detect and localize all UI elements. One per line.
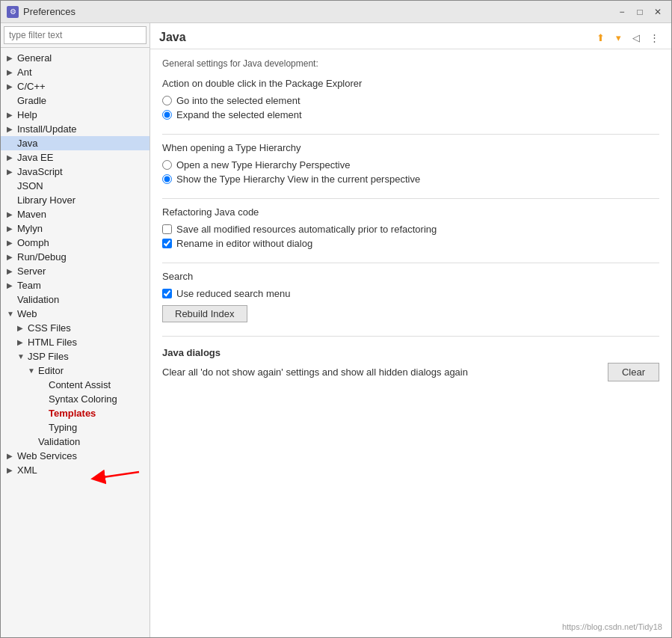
right-panel: Java ⬆ ▾ ◁ ⋮ General settings for Java d… [150, 23, 671, 637]
tree: ▶General▶Ant▶C/C++ Gradle▶Help▶Install/U… [1, 48, 149, 637]
nav-more-button[interactable]: ⋮ [646, 29, 662, 46]
tree-item-editor[interactable]: ▼Editor [1, 364, 149, 378]
nav-buttons: ⬆ ▾ ◁ ⋮ [592, 29, 662, 46]
refactoring-section: Refactoring Java code Save all modified … [162, 206, 659, 249]
tree-item-java[interactable]: Java [1, 136, 149, 150]
tree-item-syntax-coloring[interactable]: Syntax Coloring [1, 392, 149, 406]
double-click-section: Action on double click in the Package Ex… [162, 78, 659, 120]
expand-icon-run-debug: ▶ [7, 253, 17, 261]
tree-label-json: JSON [17, 180, 149, 191]
tree-label-help: Help [17, 109, 149, 120]
tree-item-install-update[interactable]: ▶Install/Update [1, 122, 149, 136]
expand-icon-general: ▶ [7, 54, 17, 62]
tree-item-mylyn[interactable]: ▶Mylyn [1, 221, 149, 236]
radio-open-new-input[interactable] [162, 160, 172, 170]
tree-item-maven[interactable]: ▶Maven [1, 207, 149, 221]
tree-item-templates[interactable]: Templates [1, 406, 149, 420]
tree-label-maven: Maven [17, 209, 149, 220]
filter-input[interactable] [4, 26, 147, 44]
tree-label-css-files: CSS Files [28, 322, 149, 334]
watermark: https://blog.csdn.net/Tidy18 [562, 622, 662, 631]
expand-icon-help: ▶ [7, 111, 17, 119]
window-title: Preferences [23, 6, 614, 17]
tree-label-content-assist: Content Assist [49, 379, 149, 390]
expand-icon-mylyn: ▶ [7, 224, 17, 233]
window-controls: − □ ✕ [614, 4, 665, 19]
expand-icon-cpp: ▶ [7, 82, 17, 91]
search-label: Search [162, 271, 659, 282]
tree-item-validation-jsp[interactable]: Validation [1, 435, 149, 449]
tree-item-java-ee[interactable]: ▶Java EE [1, 150, 149, 165]
tree-label-install-update: Install/Update [17, 123, 149, 135]
tree-label-server: Server [17, 266, 149, 277]
checkbox-reduced-search-input[interactable] [162, 289, 172, 298]
close-button[interactable]: ✕ [650, 4, 665, 19]
tree-label-team: Team [17, 280, 149, 291]
tree-item-web-services[interactable]: ▶Web Services [1, 449, 149, 463]
tree-label-xml: XML [17, 464, 149, 476]
tree-item-content-assist[interactable]: Content Assist [1, 378, 149, 392]
rebuild-index-button[interactable]: Rebuild Index [162, 305, 247, 322]
title-bar: ⚙ Preferences − □ ✕ [1, 1, 671, 23]
tree-label-validation-jsp: Validation [38, 436, 149, 447]
tree-item-help[interactable]: ▶Help [1, 108, 149, 122]
tree-item-typing[interactable]: Typing [1, 420, 149, 435]
tree-item-oomph[interactable]: ▶Oomph [1, 236, 149, 250]
radio-expand-label: Expand the selected element [176, 109, 302, 120]
tree-label-gradle: Gradle [17, 95, 149, 106]
tree-label-jsp-files: JSP Files [28, 351, 149, 362]
tree-item-html-files[interactable]: ▶HTML Files [1, 335, 149, 349]
checkbox-save-modified-input[interactable] [162, 224, 172, 234]
tree-item-library-hover[interactable]: Library Hover [1, 193, 149, 207]
tree-item-jsp-files[interactable]: ▼JSP Files [1, 349, 149, 364]
maximize-button[interactable]: □ [632, 4, 647, 19]
search-section: Search Use reduced search menu Rebuild I… [162, 271, 659, 322]
tree-item-gradle[interactable]: Gradle [1, 93, 149, 108]
tree-item-cpp[interactable]: ▶C/C++ [1, 79, 149, 93]
expand-icon-javascript: ▶ [7, 168, 17, 176]
tree-item-web[interactable]: ▼Web [1, 307, 149, 321]
tree-item-team[interactable]: ▶Team [1, 278, 149, 292]
nav-forward-button[interactable]: ⬆ [592, 29, 608, 46]
tree-item-css-files[interactable]: ▶CSS Files [1, 321, 149, 335]
divider-4 [162, 336, 659, 337]
tree-label-html-files: HTML Files [28, 337, 149, 348]
tree-label-java-ee: Java EE [17, 152, 149, 163]
checkbox-rename-editor-input[interactable] [162, 239, 172, 248]
checkbox-rename-editor: Rename in editor without dialog [162, 238, 659, 249]
tree-label-javascript: JavaScript [17, 166, 149, 177]
tree-item-xml[interactable]: ▶XML [1, 463, 149, 477]
tree-label-oomph: Oomph [17, 237, 149, 248]
tree-item-run-debug[interactable]: ▶Run/Debug [1, 250, 149, 264]
tree-item-general[interactable]: ▶General [1, 51, 149, 65]
clear-button[interactable]: Clear [608, 363, 659, 381]
radio-go-into-label: Go into the selected element [176, 95, 300, 106]
nav-down-button[interactable]: ▾ [610, 29, 626, 46]
tree-item-server[interactable]: ▶Server [1, 264, 149, 278]
checkbox-save-modified: Save all modified resources automaticall… [162, 224, 659, 235]
filter-box [1, 23, 149, 48]
type-hierarchy-section: When opening a Type Hierarchy Open a new… [162, 142, 659, 185]
divider-2 [162, 198, 659, 199]
radio-expand: Expand the selected element [162, 109, 659, 120]
tree-item-validation[interactable]: Validation [1, 292, 149, 307]
minimize-button[interactable]: − [614, 4, 629, 19]
expand-icon-server: ▶ [7, 267, 17, 275]
expand-icon-css-files: ▶ [17, 324, 28, 332]
tree-item-javascript[interactable]: ▶JavaScript [1, 165, 149, 179]
tree-label-web: Web [17, 308, 149, 319]
tree-label-editor: Editor [38, 365, 149, 376]
double-click-label: Action on double click in the Package Ex… [162, 78, 659, 89]
tree-item-json[interactable]: JSON [1, 179, 149, 193]
checkbox-rename-editor-label: Rename in editor without dialog [176, 238, 312, 249]
expand-icon-html-files: ▶ [17, 338, 28, 346]
tree-item-ant[interactable]: ▶Ant [1, 65, 149, 79]
checkbox-save-modified-label: Save all modified resources automaticall… [176, 224, 437, 235]
expand-icon-xml: ▶ [7, 466, 17, 474]
nav-back-button[interactable]: ◁ [628, 29, 644, 46]
radio-expand-input[interactable] [162, 110, 172, 120]
radio-go-into-input[interactable] [162, 96, 172, 105]
dialogs-row: Clear all 'do not show again' settings a… [162, 363, 659, 381]
sidebar: ▶General▶Ant▶C/C++ Gradle▶Help▶Install/U… [1, 23, 150, 637]
radio-show-view-input[interactable] [162, 174, 172, 184]
